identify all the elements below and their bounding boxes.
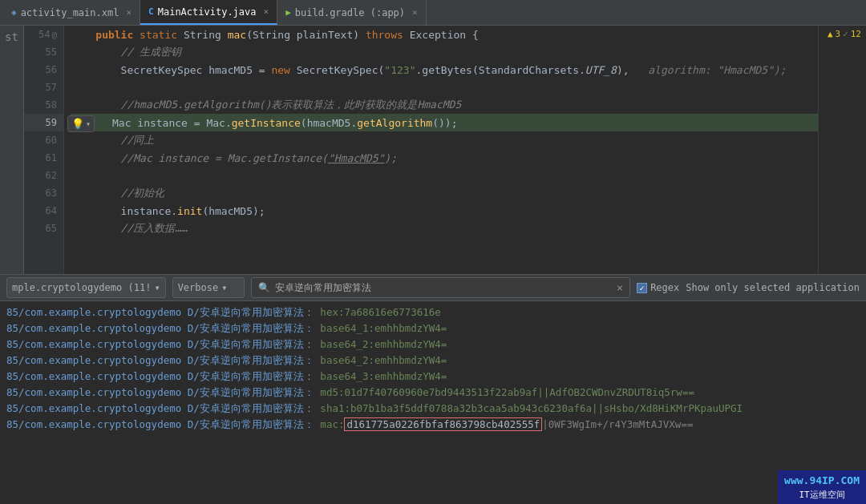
right-gutter: ▲ 3 ✓ 12 (818, 26, 866, 274)
log-val-6: md5:01d7f40760960e7bd9443513f22ab9af||Ad… (314, 386, 694, 398)
log-val-3: base64_2:emhhbmdzYW4= (314, 338, 447, 350)
device-select-arrow: ▾ (154, 282, 160, 293)
show-only-button[interactable]: Show only selected application (686, 282, 860, 293)
check-icon: ✓ (843, 29, 848, 39)
log-tag-4: 85/com.example.cryptologydemo D/安卓逆向常用加密… (6, 354, 314, 366)
log-line-8: 85/com.example.cryptologydemo D/安卓逆向常用加密… (6, 417, 860, 433)
tab-xml-label: activity_main.xml (21, 7, 119, 18)
code-line-56: SecretKeySpec hmacMD5 = new SecretKeySpe… (71, 61, 818, 79)
tab-java[interactable]: C MainActivity.java × (140, 0, 277, 25)
log-line-6: 85/com.example.cryptologydemo D/安卓逆向常用加密… (6, 385, 860, 401)
lightbulb-arrow: ▾ (86, 119, 91, 128)
verbose-arrow: ▾ (221, 282, 227, 293)
line-gutter: 54 @ 55 56 57 58 59 60 61 62 63 64 65 (24, 26, 64, 274)
code-line-54: public static String mac(String plainTex… (71, 26, 818, 43)
code-line-57 (71, 79, 818, 96)
java-icon: C (148, 6, 154, 17)
search-clear-button[interactable]: × (617, 281, 623, 294)
code-line-58: //hmacMD5.getAlgorithm()表示获取算法，此时获取的就是Hm… (71, 96, 818, 114)
log-tag-7: 85/com.example.cryptologydemo D/安卓逆向常用加密… (6, 402, 314, 414)
line-54: 54 @ (24, 26, 63, 43)
device-select-label: mple.cryptologydemo (11! (12, 282, 151, 293)
log-tag-5: 85/com.example.cryptologydemo D/安卓逆向常用加密… (6, 370, 314, 382)
log-line-5: 85/com.example.cryptologydemo D/安卓逆向常用加密… (6, 369, 860, 385)
line-57: 57 (24, 79, 63, 96)
log-val-7: sha1:b07b1ba3f5ddf0788a32b3caa5ab943c623… (314, 402, 743, 414)
code-line-59: Mac instance = Mac.getInstance(hmacMD5.g… (71, 114, 818, 131)
line-63: 63 (24, 184, 63, 202)
regex-label: Regex (650, 282, 679, 293)
tab-gradle-label: build.gradle (:app) (295, 7, 405, 18)
watermark: www.94IP.COM IT运维空间 (778, 470, 866, 504)
log-val-4: base64_2:emhhbmdzYW4= (314, 354, 447, 366)
regex-checkbox[interactable]: ✓ (637, 283, 647, 293)
line-65: 65 (24, 220, 63, 237)
check-count: 12 (851, 29, 861, 39)
left-panel: st (0, 26, 24, 274)
log-tag-8: 85/com.example.cryptologydemo D/安卓逆向常用加密… (6, 418, 314, 430)
code-line-62 (71, 167, 818, 184)
line-55: 55 (24, 43, 63, 61)
verbose-label: Verbose (178, 282, 219, 293)
tab-gradle-close[interactable]: × (412, 7, 418, 18)
error-indicator: ▲ 3 ✓ 12 (820, 27, 864, 41)
code-line-61: //Mac instance = Mac.getInstance("HmacMD… (71, 149, 818, 167)
code-content[interactable]: public static String mac(String plainTex… (64, 26, 818, 274)
xml-icon: ◈ (11, 7, 17, 18)
logcat-toolbar: mple.cryptologydemo (11! ▾ Verbose ▾ 🔍 ×… (0, 274, 866, 301)
lightbulb-widget[interactable]: 💡 ▾ (67, 115, 95, 132)
line-59: 59 (24, 114, 63, 131)
log-line-3: 85/com.example.cryptologydemo D/安卓逆向常用加密… (6, 337, 860, 353)
gradle-icon: ▶ (285, 7, 291, 18)
log-val-5: base64_3:emhhbmdzYW4= (314, 370, 447, 382)
tab-xml-close[interactable]: × (126, 7, 132, 18)
verbose-select[interactable]: Verbose ▾ (172, 277, 245, 298)
log-tag-6: 85/com.example.cryptologydemo D/安卓逆向常用加密… (6, 386, 314, 398)
log-val-8b: |0WF3WgIm+/r4Y3mMtAJVXw== (542, 418, 693, 430)
log-line-4: 85/com.example.cryptologydemo D/安卓逆向常用加密… (6, 353, 860, 369)
line-60: 60 (24, 131, 63, 149)
tab-java-label: MainActivity.java (158, 6, 257, 18)
search-input[interactable] (275, 282, 612, 293)
log-val-8a: mac: (320, 418, 344, 430)
line-61: 61 (24, 149, 63, 167)
editor-row: st 54 @ 55 56 57 58 59 60 61 62 63 64 65 (0, 26, 866, 274)
line-58: 58 (24, 96, 63, 114)
log-tag-2: 85/com.example.cryptologydemo D/安卓逆向常用加密… (6, 322, 314, 334)
main-container: ◈ activity_main.xml × C MainActivity.jav… (0, 0, 866, 504)
tab-java-close[interactable]: × (264, 6, 269, 17)
left-panel-icon-1: st (5, 30, 18, 43)
log-val-8-boxed: d161775a0226fbfaf863798cb402555f (344, 417, 542, 431)
regex-toggle[interactable]: ✓ Regex (637, 282, 679, 293)
log-val-1: hex:7a68616e6773616e (314, 306, 441, 318)
logcat-output[interactable]: 85/com.example.cryptologydemo D/安卓逆向常用加密… (0, 301, 866, 504)
log-line-2: 85/com.example.cryptologydemo D/安卓逆向常用加密… (6, 321, 860, 337)
warning-icon: ▲ (828, 29, 833, 39)
warning-count: 3 (836, 29, 841, 39)
tab-gradle[interactable]: ▶ build.gradle (:app) × (277, 0, 427, 25)
lightbulb-icon: 💡 (71, 118, 84, 130)
tab-xml[interactable]: ◈ activity_main.xml × (3, 0, 140, 25)
line-64: 64 (24, 202, 63, 220)
log-val-2: base64_1:emhhbmdzYW4= (314, 322, 447, 334)
code-line-63: //初始化 (71, 184, 818, 202)
line-62: 62 (24, 167, 63, 184)
watermark-label: IT运维空间 (784, 489, 860, 501)
log-tag-3: 85/com.example.cryptologydemo D/安卓逆向常用加密… (6, 338, 314, 350)
code-line-65: //压入数据…… (71, 220, 818, 237)
logcat-section: mple.cryptologydemo (11! ▾ Verbose ▾ 🔍 ×… (0, 274, 866, 504)
code-line-55: // 生成密钥 (71, 43, 818, 61)
checkmark: ✓ (640, 284, 645, 292)
code-editor[interactable]: 54 @ 55 56 57 58 59 60 61 62 63 64 65 pu… (24, 26, 866, 274)
log-line-1: 85/com.example.cryptologydemo D/安卓逆向常用加密… (6, 304, 860, 321)
code-line-64: instance.init(hmacMD5); (71, 202, 818, 220)
log-tag-1: 85/com.example.cryptologydemo D/安卓逆向常用加密… (6, 306, 314, 318)
device-select[interactable]: mple.cryptologydemo (11! ▾ (6, 277, 166, 298)
search-icon: 🔍 (258, 282, 270, 293)
log-line-7: 85/com.example.cryptologydemo D/安卓逆向常用加密… (6, 401, 860, 417)
watermark-site: www.94IP.COM (784, 474, 860, 488)
search-box[interactable]: 🔍 × (251, 277, 631, 298)
line-56: 56 (24, 61, 63, 79)
tab-bar: ◈ activity_main.xml × C MainActivity.jav… (0, 0, 866, 26)
code-line-60: //同上 (71, 131, 818, 149)
